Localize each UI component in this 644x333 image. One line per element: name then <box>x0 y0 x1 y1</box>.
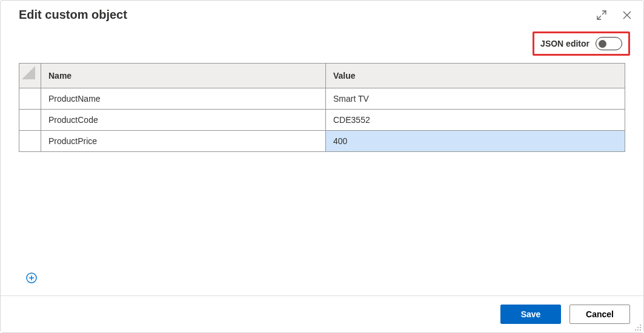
edit-custom-object-dialog: Edit custom object JSON editor <box>0 0 644 333</box>
json-editor-toggle[interactable] <box>596 37 622 50</box>
header-icon-group <box>596 10 632 21</box>
corner-triangle-icon <box>22 66 35 79</box>
add-row-button[interactable] <box>26 272 38 285</box>
json-editor-toggle-wrap: JSON editor <box>533 31 630 56</box>
cell-name[interactable]: ProductCode <box>41 110 326 131</box>
toggle-knob-icon <box>599 40 606 48</box>
cancel-button[interactable]: Cancel <box>569 305 630 324</box>
properties-table: Name Value ProductName Smart TV ProductC… <box>19 63 625 152</box>
column-header-value[interactable]: Value <box>326 64 625 88</box>
svg-point-2 <box>640 327 641 328</box>
select-all-corner[interactable] <box>19 64 41 88</box>
table-row: ProductName Smart TV <box>19 88 625 110</box>
row-header[interactable] <box>19 88 41 110</box>
dialog-header: Edit custom object <box>1 1 643 27</box>
cell-name[interactable]: ProductName <box>41 88 326 110</box>
svg-point-6 <box>635 329 636 331</box>
toolbar-row: JSON editor <box>1 27 643 63</box>
svg-point-5 <box>637 329 639 331</box>
expand-icon[interactable] <box>596 10 607 21</box>
svg-point-4 <box>640 329 641 331</box>
content-area: Name Value ProductName Smart TV ProductC… <box>1 63 643 295</box>
json-editor-label: JSON editor <box>540 39 589 48</box>
cell-name[interactable]: ProductPrice <box>41 131 326 152</box>
svg-point-3 <box>637 327 639 328</box>
svg-point-1 <box>640 325 641 326</box>
column-header-name[interactable]: Name <box>41 64 326 88</box>
row-header[interactable] <box>19 131 41 152</box>
resize-grip-icon[interactable] <box>634 323 642 331</box>
dialog-footer: Save Cancel <box>1 295 643 332</box>
row-header[interactable] <box>19 110 41 131</box>
table-row: ProductCode CDE3552 <box>19 110 625 131</box>
dialog-title: Edit custom object <box>19 8 127 22</box>
save-button[interactable]: Save <box>500 305 561 324</box>
cell-value[interactable]: 400 <box>326 131 625 152</box>
close-icon[interactable] <box>622 10 632 21</box>
cell-value[interactable]: CDE3552 <box>326 110 625 131</box>
cell-value[interactable]: Smart TV <box>326 88 625 110</box>
table-row: ProductPrice 400 <box>19 131 625 152</box>
